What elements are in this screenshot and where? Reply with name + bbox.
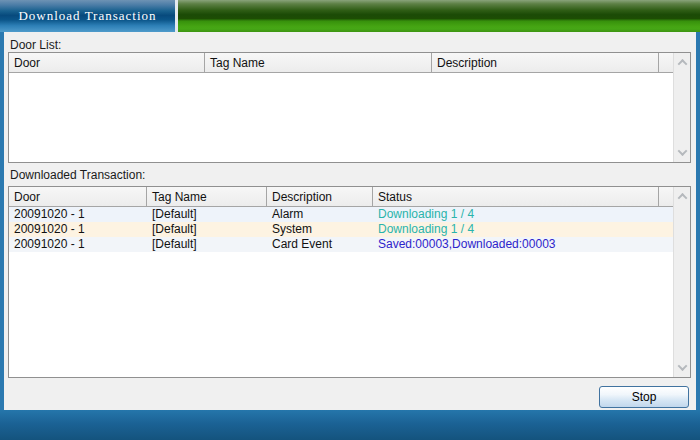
column-header-tag-name[interactable]: Tag Name xyxy=(205,53,432,73)
cell-status: Downloading 1 / 4 xyxy=(373,222,659,237)
column-header-filler xyxy=(659,53,673,73)
header-green-bar xyxy=(178,0,700,32)
transaction-row[interactable]: 20091020 - 1 [Default] Card Event Saved:… xyxy=(9,237,673,252)
door-list-header: Door Tag Name Description xyxy=(9,53,673,73)
scroll-down-icon[interactable] xyxy=(677,361,687,371)
downloaded-transaction-scrollbar[interactable] xyxy=(673,187,690,377)
cell-door: 20091020 - 1 xyxy=(9,237,147,252)
cell-status: Downloading 1 / 4 xyxy=(373,207,659,222)
cell-description: System xyxy=(267,222,373,237)
door-list-body xyxy=(9,73,673,162)
cell-status: Saved:00003,Downloaded:00003 xyxy=(373,237,659,252)
download-transaction-tab[interactable]: Download Transaction xyxy=(0,0,175,32)
door-list-label: Door List: xyxy=(10,38,61,52)
door-list-table: Door Tag Name Description xyxy=(8,52,691,163)
cell-door: 20091020 - 1 xyxy=(9,222,147,237)
column-header-status[interactable]: Status xyxy=(373,187,659,207)
column-header-door[interactable]: Door xyxy=(9,187,147,207)
scroll-down-icon[interactable] xyxy=(677,146,687,156)
column-header-door[interactable]: Door xyxy=(9,53,205,73)
cell-tag-name: [Default] xyxy=(147,207,267,222)
column-header-description[interactable]: Description xyxy=(267,187,373,207)
window-frame-right xyxy=(696,32,700,410)
transaction-row[interactable]: 20091020 - 1 [Default] Alarm Downloading… xyxy=(9,207,673,222)
stop-button[interactable]: Stop xyxy=(599,386,689,408)
cell-tag-name: [Default] xyxy=(147,237,267,252)
downloaded-transaction-label: Downloaded Transaction: xyxy=(10,168,145,182)
scroll-up-icon[interactable] xyxy=(677,193,687,203)
column-header-tag-name[interactable]: Tag Name xyxy=(147,187,267,207)
cell-description: Alarm xyxy=(267,207,373,222)
cell-description: Card Event xyxy=(267,237,373,252)
dialog-content: Door List: Door Tag Name Description Dow… xyxy=(4,32,696,410)
window-title: Download Transaction xyxy=(18,8,156,23)
scroll-up-icon[interactable] xyxy=(677,59,687,69)
column-header-filler xyxy=(659,187,673,207)
downloaded-transaction-table: Door Tag Name Description Status 2009102… xyxy=(8,186,691,378)
downloaded-transaction-main: Door Tag Name Description Status 2009102… xyxy=(9,187,673,377)
transaction-row[interactable]: 20091020 - 1 [Default] System Downloadin… xyxy=(9,222,673,237)
cell-tag-name: [Default] xyxy=(147,222,267,237)
column-header-description[interactable]: Description xyxy=(432,53,659,73)
downloaded-transaction-header: Door Tag Name Description Status xyxy=(9,187,673,207)
window-frame-bottom xyxy=(0,410,700,440)
window-titlebar: Download Transaction xyxy=(0,0,700,32)
door-list-main: Door Tag Name Description xyxy=(9,53,673,162)
door-list-scrollbar[interactable] xyxy=(673,53,690,162)
cell-door: 20091020 - 1 xyxy=(9,207,147,222)
downloaded-transaction-body: 20091020 - 1 [Default] Alarm Downloading… xyxy=(9,207,673,377)
